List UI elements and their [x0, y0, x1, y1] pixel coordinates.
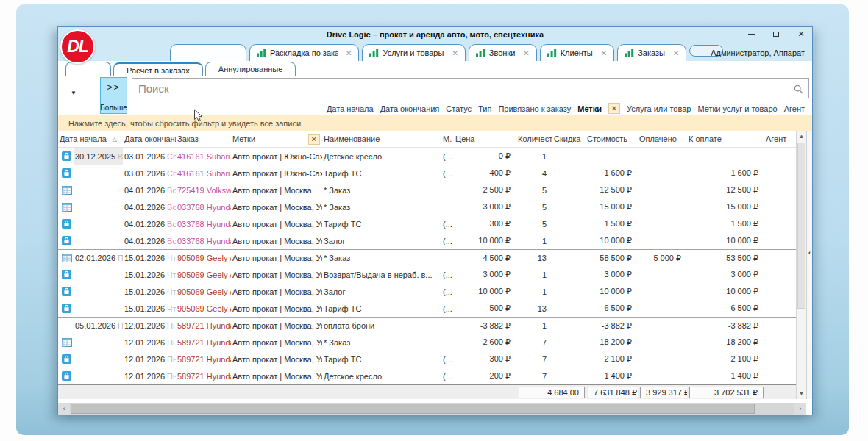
- maximize-icon[interactable]: [771, 29, 781, 38]
- cell-col-row-icon: [58, 318, 74, 334]
- app-window: DL Drive Logic – прокат и аренда авто, м…: [57, 26, 813, 415]
- cell-col-start-date: [74, 368, 123, 384]
- header-col-quantity[interactable]: Количест...: [516, 131, 552, 147]
- search-input[interactable]: [132, 79, 808, 98]
- table-row[interactable]: 04.01.2026Вс033768 Hyunda...Авто прокат …: [58, 198, 796, 215]
- close-icon[interactable]: ✕: [796, 29, 806, 38]
- order-link[interactable]: 905069 Geely A...: [177, 270, 231, 279]
- empty-sub-tab[interactable]: [65, 62, 111, 76]
- filter-link[interactable]: Привязано к заказу: [498, 104, 571, 113]
- sub-tab[interactable]: Расчет в заказах: [113, 62, 203, 76]
- collapse-panel-icon[interactable]: ‹: [807, 249, 812, 257]
- order-link[interactable]: 905069 Geely A...: [177, 304, 231, 313]
- filter-link[interactable]: Дата окончания: [380, 104, 440, 113]
- panel-splitter[interactable]: ‹: [806, 131, 812, 399]
- cell-col-quantity: 1: [516, 232, 552, 249]
- main-tab[interactable]: Клиенты✕: [540, 44, 615, 61]
- order-link[interactable]: 589721 Hyunda...: [177, 372, 231, 381]
- sort-ascending-icon[interactable]: △: [113, 136, 123, 143]
- filter-link[interactable]: Дата начала: [327, 104, 374, 113]
- order-link[interactable]: 589721 Hyunda...: [177, 355, 231, 364]
- table-row[interactable]: 05.01.2026Пн12.01.2026Пн589721 Hyunda...…: [58, 317, 796, 334]
- filter-link[interactable]: Метки услуг и товаро: [697, 104, 777, 113]
- cell-col-price: -3 882 ₽: [454, 318, 516, 334]
- order-link[interactable]: 416161 Subaru ...: [177, 169, 231, 178]
- order-link[interactable]: 033768 Hyunda...: [177, 220, 231, 229]
- chevron-down-icon[interactable]: ▼: [64, 85, 83, 100]
- search-icon: [794, 84, 803, 97]
- tab-close-icon[interactable]: ✕: [673, 49, 679, 57]
- header-col-due[interactable]: К оплате: [687, 131, 764, 147]
- header-col-name[interactable]: Наименование: [322, 131, 441, 147]
- cell-col-order: 905069 Geely A...: [176, 250, 231, 266]
- horizontal-scroll-thumb[interactable]: [71, 404, 755, 414]
- empty-tab[interactable]: [170, 44, 246, 61]
- cell-col-discount: [552, 283, 586, 300]
- table-row[interactable]: 15.01.2026Чт905069 Geely A...Авто прокат…: [58, 266, 796, 283]
- main-tab[interactable]: Раскладка по заказа✕: [249, 44, 359, 61]
- order-link[interactable]: 033768 Hyunda...: [177, 237, 231, 245]
- header-col-end-date[interactable]: Дата окончания: [123, 131, 176, 147]
- table-row[interactable]: 04.01.2026Вс033768 Hyunda...Авто прокат …: [58, 232, 796, 249]
- header-col-paid[interactable]: Оплачено: [638, 131, 687, 147]
- sub-tab[interactable]: Аннулированные: [205, 62, 296, 76]
- header-col-cost[interactable]: Стоимость: [586, 131, 638, 147]
- table-row[interactable]: 02.01.2026Пт15.01.2026Чт905069 Geely A..…: [58, 249, 796, 266]
- end-date-value: 04.01.2026: [124, 237, 165, 245]
- header-col-price[interactable]: Цена: [454, 131, 516, 147]
- header-col-tags[interactable]: Метки✕: [231, 131, 322, 147]
- filter-link[interactable]: Метки: [577, 104, 602, 113]
- header-label: Скидка: [554, 135, 581, 143]
- filter-link[interactable]: Тип: [478, 104, 491, 113]
- table-row[interactable]: 03.01.2026Сб416161 Subaru ...Авто прокат…: [58, 165, 796, 182]
- main-tab[interactable]: Заказы✕: [617, 44, 686, 61]
- tab-close-icon[interactable]: ✕: [452, 49, 458, 57]
- header-col-order[interactable]: Заказ: [176, 131, 231, 147]
- order-link[interactable]: 905069 Geely A...: [177, 287, 231, 296]
- tab-close-icon[interactable]: ✕: [601, 49, 607, 57]
- horizontal-scrollbar[interactable]: ‹ ›: [58, 403, 806, 415]
- order-link[interactable]: 589721 Hyunda...: [177, 338, 231, 347]
- scroll-up-icon[interactable]: ▲: [797, 131, 806, 142]
- table-row[interactable]: 04.01.2026Вс725419 Volksw...Авто прокат …: [58, 182, 796, 198]
- table-row[interactable]: 12.01.2026Пн589721 Hyunda...Авто прокат …: [58, 368, 796, 384]
- order-link[interactable]: 725419 Volksw...: [177, 186, 231, 195]
- reset-filter-bar[interactable]: Нажмите здесь, чтобы сбросить фильтр и у…: [58, 115, 812, 131]
- table-row[interactable]: 04.01.2026Вс033768 Hyunda...Авто прокат …: [58, 215, 796, 232]
- filter-link[interactable]: Услуга или товар: [627, 104, 691, 113]
- header-col-discount[interactable]: Скидка: [552, 131, 586, 147]
- minimize-icon[interactable]: [746, 29, 756, 38]
- order-link[interactable]: 033768 Hyunda...: [177, 203, 231, 212]
- order-link[interactable]: 905069 Geely A...: [177, 254, 231, 262]
- filter-link[interactable]: Статус: [446, 104, 472, 113]
- tab-close-icon[interactable]: ✕: [346, 49, 352, 57]
- column-filter-clear-icon[interactable]: ✕: [308, 134, 320, 145]
- cell-col-price: 2 500 ₽: [454, 182, 516, 198]
- scroll-down-icon[interactable]: ▼: [797, 388, 806, 399]
- header-col-agent[interactable]: Агент: [764, 131, 796, 147]
- table-row[interactable]: 30.12.2025Вт03.01.2026Сб416161 Subaru ..…: [58, 148, 796, 165]
- table-row[interactable]: 12.01.2026Пн589721 Hyunda...Авто прокат …: [58, 334, 796, 351]
- scroll-left-icon[interactable]: ‹: [58, 403, 70, 415]
- title-bar: Drive Logic – прокат и аренда авто, мото…: [58, 27, 812, 42]
- cell-col-discount: [552, 266, 586, 283]
- table-row[interactable]: 15.01.2026Чт905069 Geely A...Авто прокат…: [58, 283, 796, 300]
- order-link[interactable]: 416161 Subaru ...: [177, 152, 231, 161]
- main-tab[interactable]: Звонки✕: [469, 44, 537, 61]
- cell-col-row-icon: [58, 148, 74, 165]
- table-row[interactable]: 12.01.2026Пн589721 Hyunda...Авто прокат …: [58, 351, 796, 368]
- vertical-scroll-thumb[interactable]: [797, 143, 805, 309]
- table-row[interactable]: 15.01.2026Чт905069 Geely A...Авто прокат…: [58, 300, 796, 317]
- header-col-start-date[interactable]: Дата начала△: [58, 131, 123, 147]
- tab-close-icon[interactable]: ✕: [523, 49, 529, 57]
- scroll-right-icon[interactable]: ›: [794, 403, 806, 415]
- cell-col-start-date: [74, 232, 123, 249]
- header-col-m[interactable]: М.: [441, 131, 454, 147]
- main-tab[interactable]: Услуги и товары✕: [362, 44, 465, 61]
- filter-link[interactable]: Агент: [784, 104, 805, 113]
- order-link[interactable]: 589721 Hyunda...: [177, 321, 231, 330]
- vertical-scrollbar[interactable]: ▲ ▼: [796, 131, 806, 399]
- clear-filter-icon[interactable]: ✕: [608, 103, 620, 114]
- more-filters-button[interactable]: >> Больше: [100, 77, 127, 114]
- header-label: Наименование: [324, 135, 380, 143]
